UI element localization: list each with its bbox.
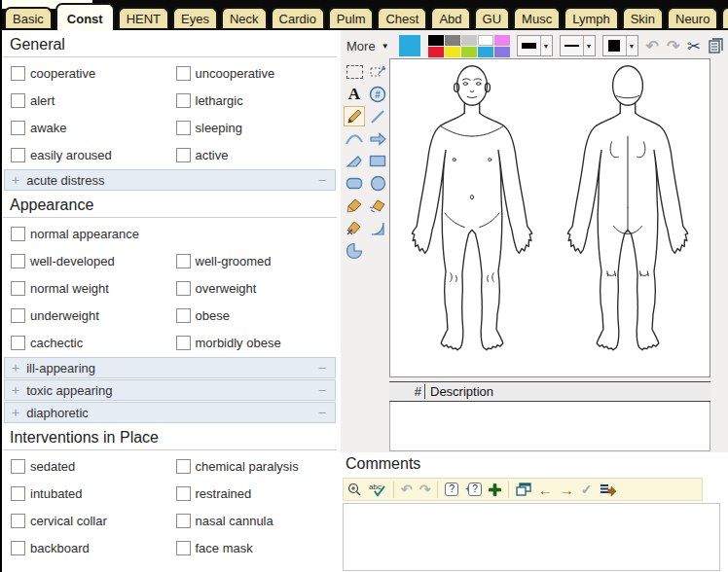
zoom-icon[interactable] bbox=[347, 483, 362, 497]
expand-bar-ill-appearing[interactable]: + ill-appearing − bbox=[4, 357, 336, 378]
tab-abd[interactable]: Abd bbox=[430, 7, 470, 28]
tab-neck[interactable]: Neck bbox=[221, 7, 268, 28]
checkbox-morbidly-obese[interactable]: morbidly obese bbox=[176, 336, 342, 350]
color-swatch[interactable] bbox=[478, 47, 493, 57]
tab-const[interactable]: Const bbox=[55, 3, 115, 30]
pie-tool[interactable] bbox=[344, 240, 365, 261]
checkbox-well-groomed[interactable]: well-groomed bbox=[176, 254, 342, 268]
checkbox[interactable] bbox=[11, 336, 25, 350]
checkbox[interactable] bbox=[176, 514, 191, 528]
checkbox[interactable] bbox=[11, 459, 25, 474]
color-swatch[interactable] bbox=[494, 35, 510, 46]
drawing-canvas[interactable] bbox=[389, 58, 710, 377]
polygon-tool[interactable] bbox=[344, 151, 365, 171]
checkbox-active[interactable]: active bbox=[176, 148, 342, 162]
expand-icon[interactable]: + bbox=[12, 360, 19, 375]
tab-eyes[interactable]: Eyes bbox=[172, 7, 218, 28]
ellipse-tool[interactable] bbox=[367, 173, 388, 194]
curve-tool[interactable] bbox=[344, 128, 365, 149]
more-dropdown[interactable]: More ▼ bbox=[343, 39, 395, 54]
checkbox-uncooperative[interactable]: uncooperative bbox=[176, 66, 342, 81]
checkbox[interactable] bbox=[176, 254, 191, 268]
pencil-tool[interactable] bbox=[344, 106, 365, 126]
checkbox-cooperative[interactable]: cooperative bbox=[11, 66, 176, 81]
cascade-windows-icon[interactable] bbox=[516, 483, 531, 496]
checkbox-sedated[interactable]: sedated bbox=[11, 459, 176, 474]
expand-bar-diaphoretic[interactable]: + diaphoretic − bbox=[4, 402, 336, 423]
scissors-icon[interactable]: ✂ bbox=[687, 37, 700, 55]
checkbox-backboard[interactable]: backboard bbox=[11, 541, 176, 555]
checkbox-obese[interactable]: obese bbox=[176, 308, 342, 323]
arc-fill-tool[interactable] bbox=[367, 218, 388, 238]
next-icon[interactable]: → bbox=[560, 482, 574, 498]
column-header-number[interactable]: # bbox=[389, 384, 425, 399]
checkbox[interactable] bbox=[11, 541, 25, 555]
checkbox-cervical-collar[interactable]: cervical collar bbox=[11, 514, 176, 528]
previous-icon[interactable]: ← bbox=[538, 482, 553, 498]
checkbox-intubated[interactable]: intubated bbox=[11, 486, 176, 501]
checkbox-lethargic[interactable]: lethargic bbox=[176, 93, 342, 108]
redo-icon[interactable]: ↷ bbox=[667, 37, 679, 55]
rectangle-tool[interactable] bbox=[367, 151, 388, 171]
checkbox[interactable] bbox=[11, 308, 25, 323]
color-swatch[interactable] bbox=[428, 47, 444, 57]
checkbox[interactable] bbox=[11, 121, 25, 135]
sign-check-icon[interactable]: ✓ bbox=[581, 482, 593, 497]
color-swatch[interactable] bbox=[478, 35, 493, 46]
checkbox[interactable] bbox=[176, 281, 191, 296]
number-stamp-tool[interactable]: # bbox=[367, 84, 388, 104]
collapse-icon[interactable]: − bbox=[318, 382, 326, 398]
checkbox[interactable] bbox=[176, 66, 191, 81]
expand-bar-acute-distress[interactable]: + acute distress − bbox=[4, 169, 336, 191]
checkbox[interactable] bbox=[176, 336, 191, 350]
tab-neuro[interactable]: Neuro bbox=[667, 7, 718, 28]
marker-tool[interactable] bbox=[344, 196, 365, 216]
checkbox-cachectic[interactable]: cachectic bbox=[11, 336, 176, 350]
copy-list-icon[interactable] bbox=[709, 38, 723, 54]
checkbox-normal-appearance[interactable]: normal appearance bbox=[11, 227, 176, 241]
checkbox[interactable] bbox=[11, 254, 25, 268]
tab-lymph[interactable]: Lymph bbox=[564, 7, 619, 28]
checkbox[interactable] bbox=[11, 66, 25, 81]
rounded-rect-tool[interactable] bbox=[344, 173, 365, 194]
checkbox[interactable] bbox=[176, 308, 191, 323]
color-swatch[interactable] bbox=[445, 47, 460, 57]
checkbox-sleeping[interactable]: sleeping bbox=[176, 121, 342, 135]
line-width-dropdown[interactable]: ▼ bbox=[517, 35, 553, 56]
checkbox[interactable] bbox=[11, 93, 25, 108]
spellcheck-icon[interactable]: abc bbox=[369, 482, 386, 497]
checkbox[interactable] bbox=[176, 459, 191, 474]
highlighter-tool[interactable] bbox=[367, 196, 388, 216]
checkbox-awake[interactable]: awake bbox=[11, 121, 176, 135]
tab-cardio[interactable]: Cardio bbox=[271, 7, 325, 28]
expand-icon[interactable]: + bbox=[12, 172, 19, 188]
tab-psych[interactable]: Psych bbox=[721, 7, 728, 28]
checkbox[interactable] bbox=[11, 486, 25, 501]
checkbox-easily-aroused[interactable]: easily aroused bbox=[11, 148, 176, 162]
select-marquee-tool[interactable] bbox=[344, 61, 365, 82]
checkbox[interactable] bbox=[176, 486, 191, 501]
fill-style-dropdown[interactable]: ▼ bbox=[602, 35, 638, 56]
undo-icon[interactable]: ↶ bbox=[401, 482, 413, 497]
erase-annotation-tool[interactable] bbox=[344, 218, 365, 238]
text-tool[interactable]: A bbox=[344, 84, 365, 104]
line-tool[interactable] bbox=[367, 106, 388, 126]
color-swatch[interactable] bbox=[461, 35, 477, 46]
redo-icon[interactable]: ↷ bbox=[419, 482, 431, 497]
color-swatch[interactable] bbox=[428, 35, 444, 46]
checkbox[interactable] bbox=[176, 541, 191, 555]
checkbox-overweight[interactable]: overweight bbox=[176, 281, 342, 296]
arrow-tool[interactable] bbox=[367, 128, 388, 149]
lasso-select-tool[interactable] bbox=[367, 61, 388, 82]
checkbox[interactable] bbox=[176, 93, 191, 108]
line-style-dropdown[interactable]: ▼ bbox=[560, 35, 596, 56]
tab-gu[interactable]: GU bbox=[474, 7, 511, 28]
checkbox-normal-weight[interactable]: normal weight bbox=[11, 281, 176, 296]
annotation-table-body[interactable] bbox=[389, 402, 710, 451]
column-header-description[interactable]: Description bbox=[425, 384, 493, 399]
expand-icon[interactable]: + bbox=[12, 405, 19, 420]
color-swatch[interactable] bbox=[445, 35, 460, 46]
macro-insert-help-icon[interactable]: +? bbox=[465, 483, 482, 496]
send-to-list-icon[interactable] bbox=[600, 483, 616, 496]
checkbox-chemical-paralysis[interactable]: chemical paralysis bbox=[176, 459, 342, 474]
